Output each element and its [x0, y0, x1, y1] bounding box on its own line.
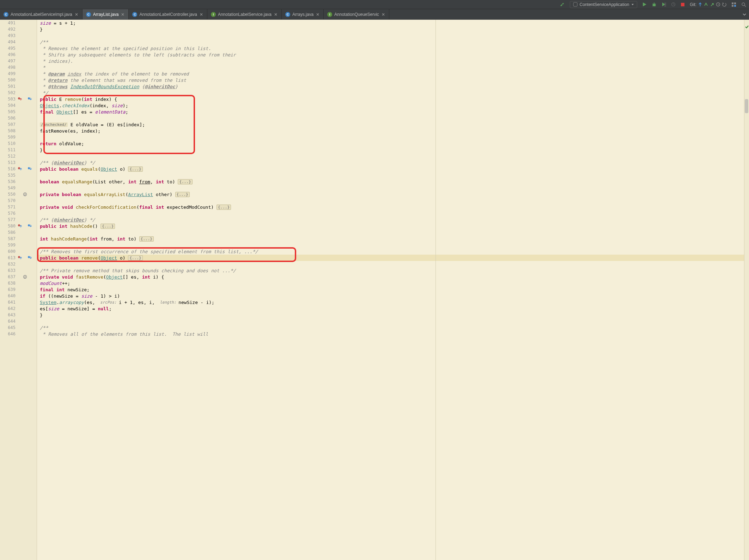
code-line[interactable]: * indices). [37, 58, 744, 64]
gutter-line[interactable]: 576 [0, 210, 37, 217]
code-line[interactable]: * @param index the index of the element … [37, 71, 744, 77]
implemented-icon[interactable] [28, 97, 32, 101]
gutter-line[interactable]: 645 [0, 324, 37, 331]
implemented-icon[interactable] [28, 224, 32, 228]
gutter-line[interactable]: 501 [0, 83, 37, 90]
code-line[interactable] [37, 242, 744, 248]
code-line[interactable]: } [37, 26, 744, 32]
gutter-line[interactable]: 503 [0, 96, 37, 102]
override-icon[interactable] [18, 97, 22, 101]
gutter-line[interactable]: 507 [0, 121, 37, 128]
code-line[interactable]: int hashCodeRange(int from, int to) {...… [37, 236, 744, 242]
close-tab-icon[interactable] [199, 12, 203, 17]
code-line[interactable] [37, 185, 744, 191]
gutter-line[interactable]: 644 [0, 318, 37, 324]
run-coverage-icon[interactable] [662, 2, 666, 7]
scrollbar-thumb[interactable] [745, 99, 748, 113]
code-line[interactable]: public int hashCode() {...} [37, 223, 744, 229]
profiler-icon[interactable] [671, 2, 676, 7]
editor-tab[interactable]: CAnnotationLabelController.java [129, 9, 207, 19]
gutter-line[interactable]: 633 [0, 267, 37, 274]
code-line[interactable]: /** [37, 324, 744, 331]
gutter-line[interactable]: 499 [0, 71, 37, 77]
tab-overflow-button[interactable] [740, 9, 749, 19]
run-configuration-selector[interactable]: ContentServiceApplication [570, 1, 638, 8]
gutter-line[interactable]: 505 [0, 109, 37, 115]
gutter-line[interactable]: 498 [0, 64, 37, 71]
gutter-line[interactable]: 497 [0, 58, 37, 64]
close-tab-icon[interactable] [381, 12, 385, 17]
override-icon[interactable] [18, 224, 22, 228]
gutter-line[interactable]: 637 @ [0, 274, 37, 280]
gutter-line[interactable]: 580 [0, 223, 37, 229]
code-line[interactable]: private void fastRemove(Object[] es, int… [37, 274, 744, 280]
gutter-line[interactable]: 511 [0, 147, 37, 153]
recursive-icon[interactable]: @ [23, 275, 27, 279]
gutter-line[interactable]: 495 [0, 45, 37, 51]
gutter-line[interactable]: 508 [0, 128, 37, 134]
git-push-icon[interactable] [710, 2, 714, 7]
editor-tab[interactable]: CArrayList.java [83, 9, 129, 19]
editor-tab[interactable]: CAnnotationLabelServiceImpl.java [0, 9, 83, 19]
gutter-line[interactable]: 646 [0, 331, 37, 337]
code-line[interactable]: * @return the element that was removed f… [37, 77, 744, 83]
gutter-line[interactable]: 513 [0, 159, 37, 166]
code-line[interactable]: /** {@inheritDoc} */ [37, 217, 744, 223]
code-line[interactable] [37, 32, 744, 39]
recursive-icon[interactable]: @ [23, 192, 27, 196]
code-line[interactable]: private void checkForComodification(fina… [37, 204, 744, 210]
code-line[interactable]: final Object[] es = elementData; [37, 109, 744, 115]
gutter-line[interactable]: 496 [0, 51, 37, 58]
code-line[interactable]: /** [37, 39, 744, 45]
implemented-icon[interactable] [28, 167, 32, 171]
code-line[interactable]: } [37, 312, 744, 318]
gutter-line[interactable]: 549 [0, 185, 37, 191]
code-line[interactable] [37, 153, 744, 159]
git-history-icon[interactable] [716, 2, 720, 7]
code-line[interactable] [37, 261, 744, 267]
close-tab-icon[interactable] [121, 12, 125, 17]
gutter-line[interactable]: 493 [0, 32, 37, 39]
code-line[interactable] [37, 229, 744, 236]
code-line[interactable]: /** Removes the first occurrence of the … [37, 248, 744, 255]
code-line[interactable]: System.arraycopy(es, srcPos: i + 1, es, … [37, 299, 744, 305]
run-icon[interactable] [642, 2, 647, 7]
code-line[interactable]: Objects.checkIndex(index, size); [37, 102, 744, 109]
override-icon[interactable] [18, 167, 22, 171]
build-hammer-icon[interactable] [559, 2, 565, 7]
code-line[interactable] [37, 318, 744, 324]
line-gutter[interactable]: 491492493494495496497498499500501502503 … [0, 20, 37, 560]
code-content[interactable]: size = s + 1; } /** * Removes the elemen… [37, 20, 744, 560]
gutter-line[interactable]: 587 [0, 236, 37, 242]
gutter-line[interactable]: 640 [0, 293, 37, 299]
gutter-line[interactable]: 643 [0, 312, 37, 318]
code-line[interactable] [37, 134, 744, 140]
gutter-line[interactable]: 641 [0, 299, 37, 305]
code-line[interactable] [37, 172, 744, 178]
gutter-line[interactable]: 494 [0, 39, 37, 45]
gutter-line[interactable]: 642 [0, 305, 37, 312]
gutter-line[interactable]: 639 [0, 286, 37, 293]
gutter-line[interactable]: 600 [0, 248, 37, 255]
gutter-line[interactable]: 502 [0, 90, 37, 96]
code-line[interactable]: public E remove(int index) { [37, 96, 744, 102]
editor-tab[interactable]: IAnnotationQueueServic [324, 9, 389, 19]
search-icon[interactable] [741, 2, 746, 7]
code-line[interactable]: * @throws IndexOutOfBoundsException {@in… [37, 83, 744, 90]
code-line[interactable]: /unchecked/ E oldValue = (E) es[index]; [37, 121, 744, 128]
git-commit-icon[interactable] [704, 2, 708, 7]
stop-icon[interactable] [681, 2, 685, 7]
gutter-line[interactable]: 638 [0, 280, 37, 286]
structure-icon[interactable] [731, 2, 736, 7]
editor-tab[interactable]: IAnnotationLabelService.java [207, 9, 282, 19]
gutter-line[interactable]: 577 [0, 217, 37, 223]
gutter-line[interactable]: 613 [0, 255, 37, 261]
code-line[interactable]: public boolean equals(Object o) {...} [37, 166, 744, 172]
code-line[interactable]: es[size = newSize] = null; [37, 305, 744, 312]
code-line[interactable]: final int newSize; [37, 286, 744, 293]
git-update-icon[interactable] [698, 2, 702, 7]
gutter-line[interactable]: 599 [0, 242, 37, 248]
code-line[interactable]: size = s + 1; [37, 20, 744, 26]
code-line[interactable]: */ [37, 90, 744, 96]
gutter-line[interactable]: 536 [0, 178, 37, 185]
